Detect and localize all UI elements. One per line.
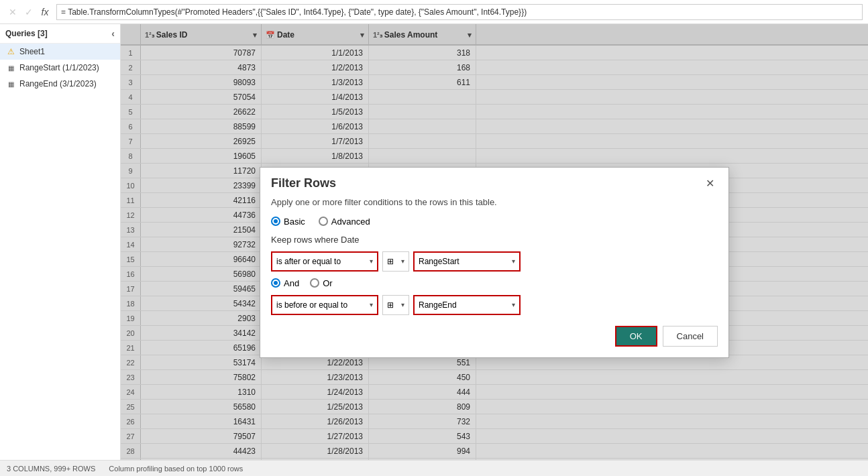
formula-bar[interactable]: = Table.TransformColumnTypes(#"Promoted …: [56, 4, 863, 20]
connector-and-label[interactable]: And: [271, 278, 299, 288]
radio-advanced-text: Advanced: [331, 217, 370, 227]
formula-text: = Table.TransformColumnTypes(#"Promoted …: [61, 7, 527, 17]
ok-button[interactable]: OK: [615, 326, 657, 347]
condition2-param-type-dropdown[interactable]: ⊞ ▾: [382, 295, 409, 315]
main-layout: Queries [3] ‹ ⚠ Sheet1 ▦ RangeStart (1/1…: [0, 24, 868, 460]
status-bar: 3 COLUMNS, 999+ ROWS Column profiling ba…: [0, 460, 868, 476]
condition1-param-type-dropdown[interactable]: ⊞ ▾: [382, 251, 409, 272]
accept-icon[interactable]: ✓: [21, 5, 36, 19]
condition1-value-label: RangeStart: [419, 257, 459, 266]
radio-advanced-label[interactable]: Advanced: [319, 217, 370, 227]
condition1-value-dropdown[interactable]: RangeStart ▾: [413, 251, 521, 272]
columns-info: 3 COLUMNS, 999+ ROWS: [7, 465, 95, 473]
condition1-operator-label: is after or equal to: [276, 257, 341, 266]
profiling-info: Column profiling based on top 1000 rows: [109, 465, 243, 473]
modal-subtitle: Apply one or more filter conditions to t…: [271, 197, 718, 207]
content-area: 1²₃ Sales ID ▾ 📅 Date ▾ 1²₃ Sales Amount…: [121, 24, 868, 460]
table-icon: ▦: [5, 63, 16, 72]
connector-or-text: Or: [323, 278, 332, 288]
modal-title: Filter Rows: [271, 176, 336, 190]
sidebar-title: Queries [3]: [5, 29, 48, 38]
condition2-operator-label: is before or equal to: [276, 300, 347, 310]
table-icon: ▦: [5, 79, 16, 88]
mode-radio-group: Basic Advanced: [271, 217, 718, 227]
fx-label: fx: [38, 5, 52, 19]
sidebar-header: Queries [3] ‹: [0, 24, 120, 44]
filter-row-2: is before or equal to ▾ ⊞ ▾ RangeEnd ▾: [271, 295, 718, 315]
modal-footer: OK Cancel: [271, 326, 718, 347]
cancel-button[interactable]: Cancel: [663, 326, 718, 347]
condition2-param-type-icon: ⊞: [387, 300, 394, 310]
reject-icon[interactable]: ✕: [5, 5, 20, 19]
condition1-operator-dropdown[interactable]: is after or equal to ▾: [271, 251, 378, 272]
radio-advanced-dot[interactable]: [319, 217, 328, 226]
filter-section-label: Keep rows where Date: [271, 235, 718, 245]
connector-row: And Or: [271, 278, 718, 288]
radio-basic-dot[interactable]: [271, 217, 280, 226]
radio-basic-text: Basic: [284, 217, 305, 227]
sidebar-item-label: RangeStart (1/1/2023): [19, 63, 99, 72]
warn-icon: ⚠: [5, 47, 16, 56]
condition2-value-dropdown[interactable]: RangeEnd ▾: [413, 295, 521, 315]
formula-bar-icons: ✕ ✓ fx: [5, 5, 52, 19]
connector-and-dot[interactable]: [271, 278, 280, 288]
sidebar-collapse-button[interactable]: ‹: [111, 28, 115, 39]
sidebar-item-sheet1[interactable]: ⚠ Sheet1: [0, 44, 120, 60]
condition2-param-arrow: ▾: [401, 301, 404, 308]
filter-row-1: is after or equal to ▾ ⊞ ▾ RangeStart ▾: [271, 251, 718, 272]
modal-body: Apply one or more filter conditions to t…: [260, 197, 728, 357]
condition2-value-label: RangeEnd: [419, 300, 457, 310]
condition1-operator-arrow: ▾: [370, 257, 373, 265]
radio-basic-label[interactable]: Basic: [271, 217, 305, 227]
connector-or-label[interactable]: Or: [310, 278, 332, 288]
condition1-param-type-icon: ⊞: [387, 257, 394, 266]
sidebar-item-range-end[interactable]: ▦ RangeEnd (3/1/2023): [0, 76, 120, 92]
connector-or-dot[interactable]: [310, 278, 319, 288]
condition2-operator-dropdown[interactable]: is before or equal to ▾: [271, 295, 378, 315]
sidebar-item-label: Sheet1: [19, 47, 45, 56]
sidebar-item-range-start[interactable]: ▦ RangeStart (1/1/2023): [0, 60, 120, 76]
top-bar: ✕ ✓ fx = Table.TransformColumnTypes(#"Pr…: [0, 0, 868, 24]
condition1-value-arrow: ▾: [512, 257, 515, 265]
condition2-value-arrow: ▾: [512, 301, 515, 308]
modal-close-button[interactable]: ✕: [702, 176, 718, 192]
sidebar: Queries [3] ‹ ⚠ Sheet1 ▦ RangeStart (1/1…: [0, 24, 121, 460]
modal-overlay: Filter Rows ✕ Apply one or more filter c…: [121, 24, 868, 460]
sidebar-item-label: RangeEnd (3/1/2023): [19, 79, 97, 88]
modal-title-bar: Filter Rows ✕: [260, 168, 728, 197]
filter-rows-modal: Filter Rows ✕ Apply one or more filter c…: [260, 167, 729, 358]
connector-and-text: And: [284, 278, 299, 288]
condition2-operator-arrow: ▾: [370, 301, 373, 308]
condition1-param-arrow: ▾: [401, 257, 404, 265]
